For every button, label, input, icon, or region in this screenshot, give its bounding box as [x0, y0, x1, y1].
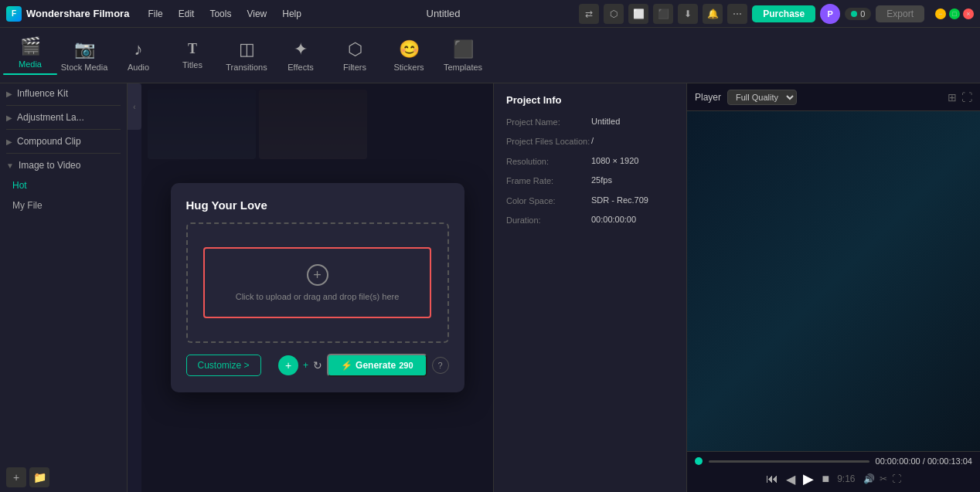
upload-text: Click to upload or drag and drop file(s)…	[236, 292, 400, 301]
credits-dot	[851, 11, 857, 17]
transitions-icon: ◫	[239, 39, 255, 59]
upload-inner-box: + Click to upload or drag and drop file(…	[203, 247, 432, 318]
upload-zone[interactable]: + Click to upload or drag and drop file(…	[186, 222, 449, 343]
sidebar-item-adjustment[interactable]: ▶ Adjustment La...	[0, 107, 127, 127]
templates-icon: ⬛	[453, 39, 474, 59]
popup-footer: Customize > + + ↻ ⚡ Generate 290 ?	[186, 354, 449, 377]
player-controls: 00:00:00:00 / 00:00:13:04 ⏮ ◀ ▶ ■ 9:16 🔊…	[687, 451, 980, 492]
info-label-colorspace: Color Space:	[506, 195, 591, 207]
sidebar-bottom-controls: + 📁	[0, 463, 127, 492]
sidebar-item-influence-kit[interactable]: ▶ Influence Kit	[0, 83, 127, 103]
play-button[interactable]: ▶	[803, 470, 814, 487]
upload-plus-icon: +	[307, 264, 328, 286]
cut-icon-ctrl[interactable]: ✂	[880, 473, 887, 484]
tab-filters[interactable]: ⬡ Filters	[328, 29, 382, 82]
window-title: Untitled	[314, 8, 573, 19]
nav-icon-6[interactable]: 🔔	[703, 4, 723, 24]
time-display: 00:00:00:00 / 00:00:13:04	[876, 456, 972, 466]
skip-back-button[interactable]: ⏮	[766, 472, 778, 486]
credits-display: 0	[845, 8, 871, 20]
tab-stock-label: Stock Media	[61, 63, 108, 72]
tab-media[interactable]: 🎬 Media	[3, 29, 57, 82]
sidebar-divider-3	[6, 153, 121, 154]
help-button[interactable]: ?	[432, 357, 449, 374]
popup-box: Hug Your Love + Click to upload or drag …	[171, 183, 464, 392]
info-label-framerate: Frame Rate:	[506, 175, 591, 187]
chevron-right-icon-3: ▶	[6, 137, 12, 146]
effects-icon: ✦	[294, 39, 308, 59]
tab-transitions[interactable]: ◫ Transitions	[219, 29, 274, 82]
step-back-button[interactable]: ◀	[786, 472, 795, 487]
close-button[interactable]: ×	[963, 8, 974, 19]
sidebar-item-my-file[interactable]: My File	[0, 195, 127, 215]
fps-display: 9:16	[837, 473, 855, 484]
sidebar-image-video-label: Image to Video	[19, 160, 121, 171]
menu-help[interactable]: Help	[276, 5, 308, 22]
progress-track[interactable]	[709, 460, 869, 463]
control-buttons: ⏮ ◀ ▶ ■ 9:16 🔊 ✂ ⛶	[695, 470, 972, 487]
add-media-button[interactable]: +	[6, 467, 26, 487]
generate-button[interactable]: ⚡ Generate 290	[327, 354, 427, 377]
player-expand-icon[interactable]: ⛶	[961, 91, 972, 103]
chevron-down-icon: ▼	[6, 161, 14, 170]
player-header: Player Full Quality ⊞ ⛶	[687, 83, 980, 111]
tab-media-label: Media	[19, 59, 42, 69]
project-info-panel: Project Info Project Name: Untitled Proj…	[493, 83, 686, 492]
nav-icon-4[interactable]: ⬛	[653, 4, 673, 24]
sidebar-item-hot[interactable]: Hot	[0, 175, 127, 195]
quality-select[interactable]: Full Quality	[727, 90, 797, 105]
add-credit-button[interactable]: +	[278, 355, 298, 375]
popup-title: Hug Your Love	[186, 198, 449, 212]
info-value-duration: 00:00:00:00	[591, 215, 674, 226]
info-row-colorspace: Color Space: SDR - Rec.709	[506, 195, 674, 207]
maximize-button[interactable]: □	[949, 8, 960, 19]
sidebar-item-compound-clip[interactable]: ▶ Compound Clip	[0, 131, 127, 151]
audio-icon: ♪	[134, 39, 143, 59]
tab-stock-media[interactable]: 📷 Stock Media	[57, 29, 111, 82]
image-to-video-popup: Hug Your Love + Click to upload or drag …	[141, 83, 493, 492]
export-button[interactable]: Export	[876, 5, 924, 22]
nav-icon-5[interactable]: ⬇	[678, 4, 698, 24]
nav-icon-3[interactable]: ⬜	[628, 4, 648, 24]
tab-transitions-label: Transitions	[226, 63, 267, 72]
stock-media-icon: 📷	[74, 39, 95, 59]
profile-button[interactable]: P	[820, 4, 840, 24]
menu-view[interactable]: View	[240, 5, 273, 22]
nav-icon-7[interactable]: ⋯	[727, 4, 747, 24]
sidebar-item-image-to-video[interactable]: ▼ Image to Video	[0, 155, 127, 175]
menu-edit[interactable]: Edit	[172, 5, 201, 22]
chevron-right-icon: ▶	[6, 90, 12, 98]
nav-icon-1[interactable]: ⇄	[579, 4, 599, 24]
stop-button[interactable]: ■	[822, 472, 829, 486]
sidebar-divider-2	[6, 129, 121, 130]
player-header-icons: ⊞ ⛶	[948, 91, 972, 103]
tab-templates[interactable]: ⬛ Templates	[436, 29, 490, 82]
customize-button[interactable]: Customize >	[186, 355, 261, 376]
nav-icon-2[interactable]: ⬡	[604, 4, 624, 24]
tab-audio[interactable]: ♪ Audio	[111, 29, 165, 82]
audio-icon-ctrl[interactable]: 🔊	[863, 473, 875, 484]
fullscreen-icon-ctrl[interactable]: ⛶	[892, 473, 901, 484]
refresh-button[interactable]: ↻	[313, 359, 322, 372]
menu-tools[interactable]: Tools	[203, 5, 237, 22]
purchase-button[interactable]: Purchase	[752, 5, 815, 22]
time-total: 00:00:13:04	[927, 456, 972, 466]
tab-effects[interactable]: ✦ Effects	[274, 29, 328, 82]
minimize-button[interactable]: −	[935, 8, 946, 19]
plus-label[interactable]: +	[303, 360, 308, 371]
info-label-duration: Duration:	[506, 215, 591, 226]
tab-titles[interactable]: T Titles	[165, 29, 219, 82]
media-toolbar: 🎬 Media 📷 Stock Media ♪ Audio T Titles ◫…	[0, 28, 980, 83]
title-actions: ⇄ ⬡ ⬜ ⬛ ⬇ 🔔 ⋯ Purchase P 0 Export − □ ×	[579, 4, 974, 24]
progress-dot	[695, 457, 703, 465]
app-logo: F Wondershare Filmora	[6, 6, 129, 22]
sidebar-collapse-button[interactable]: ‹	[128, 83, 141, 130]
player-grid-icon[interactable]: ⊞	[948, 91, 957, 103]
new-folder-button[interactable]: 📁	[29, 467, 49, 487]
tab-stickers[interactable]: 😊 Stickers	[382, 29, 436, 82]
tab-audio-label: Audio	[128, 63, 149, 72]
titlebar: F Wondershare Filmora File Edit Tools Vi…	[0, 0, 980, 28]
tab-filters-label: Filters	[343, 63, 366, 72]
menu-file[interactable]: File	[141, 5, 168, 22]
info-label-location: Project Files Location:	[506, 136, 591, 148]
